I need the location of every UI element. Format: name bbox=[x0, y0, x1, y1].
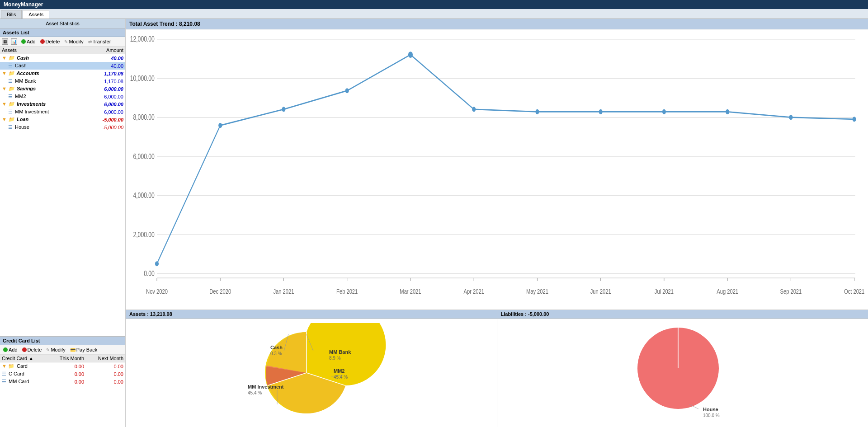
asset-amount: 6,000.00 bbox=[78, 93, 125, 100]
amount-col-header: Amount bbox=[78, 47, 125, 54]
svg-point-25 bbox=[853, 117, 856, 122]
folder-icon: ▼ 📁 bbox=[2, 70, 14, 76]
svg-text:100.0 %: 100.0 % bbox=[703, 413, 720, 418]
add-asset-button[interactable]: Add bbox=[20, 38, 37, 45]
add-cc-icon bbox=[3, 347, 8, 352]
assets-col-header: Assets bbox=[0, 47, 78, 54]
svg-text:Apr 2021: Apr 2021 bbox=[464, 287, 484, 295]
asset-name: ☰ House bbox=[0, 123, 78, 131]
cc-name: ▼ 📁 Card bbox=[0, 362, 48, 371]
table-row[interactable]: ▼ 📁 Card 0.00 0.00 bbox=[0, 362, 125, 371]
cc-this-month: 0.00 bbox=[48, 378, 86, 385]
svg-text:Cash: Cash bbox=[270, 345, 283, 350]
chart-icon[interactable]: 📊 bbox=[11, 38, 17, 45]
tab-bills[interactable]: Bills bbox=[1, 10, 22, 19]
bottom-charts: Assets : 13,210.08 bbox=[126, 310, 868, 427]
svg-text:May 2021: May 2021 bbox=[526, 287, 548, 295]
table-row[interactable]: ☰ Cash 40.00 bbox=[0, 62, 125, 70]
assets-pie-header: Assets : 13,210.08 bbox=[126, 310, 497, 319]
asset-amount: -5,000.00 bbox=[78, 116, 125, 123]
svg-text:4,000.00: 4,000.00 bbox=[133, 191, 154, 199]
modify-icon: ✎ bbox=[64, 39, 68, 44]
svg-point-16 bbox=[282, 107, 285, 112]
main-layout: Asset Statistics Assets List ▦ 📊 Add Del… bbox=[0, 19, 868, 427]
transfer-icon: ⇄ bbox=[88, 39, 92, 44]
svg-point-18 bbox=[408, 52, 413, 58]
cc-col-header: Credit Card ▲ bbox=[0, 355, 48, 362]
table-row[interactable]: ▼ 📁 Loan -5,000.00 bbox=[0, 116, 125, 123]
folder-icon: ▼ 📁 bbox=[2, 86, 14, 91]
table-row[interactable]: ☰ MM Bank 1,170.08 bbox=[0, 77, 125, 85]
svg-text:Jun 2021: Jun 2021 bbox=[590, 287, 611, 295]
modify-cc-button[interactable]: ✎ Modify bbox=[45, 347, 66, 353]
cc-tree-table: Credit Card ▲ This Month Next Month ▼ 📁 … bbox=[0, 355, 125, 427]
svg-text:House: House bbox=[703, 407, 718, 412]
asset-amount: 1,170.08 bbox=[78, 77, 125, 85]
cc-name: ☰ MM Card bbox=[0, 378, 48, 385]
asset-amount: 40.00 bbox=[78, 62, 125, 70]
folder-icon: ▼ 📁 bbox=[2, 117, 14, 122]
table-row[interactable]: ☰ House -5,000.00 bbox=[0, 123, 125, 131]
item-icon: ☰ bbox=[8, 124, 13, 130]
cc-toolbar: Add Delete ✎ Modify 💳 Pay Back bbox=[0, 345, 125, 355]
folder-icon: ▼ 📁 bbox=[2, 363, 14, 369]
item-icon: ☰ bbox=[8, 78, 13, 84]
table-row[interactable]: ▼ 📁 Savings 6,000.00 bbox=[0, 85, 125, 93]
svg-text:10,000.00: 10,000.00 bbox=[130, 74, 155, 82]
cc-this-month: 0.00 bbox=[48, 362, 86, 371]
folder-icon: ▼ 📁 bbox=[2, 55, 14, 61]
svg-text:Nov 2020: Nov 2020 bbox=[146, 287, 168, 295]
next-month-col-header: Next Month bbox=[86, 355, 125, 362]
assets-pie-content: MM Bank 8.9 % MM2 45.4 % Cash 0.3 % MM I… bbox=[126, 319, 497, 427]
app-title: MoneyManager bbox=[4, 1, 43, 8]
table-row[interactable]: ▼ 📁 Accounts 1,170.08 bbox=[0, 70, 125, 77]
asset-name: ☰ Cash bbox=[0, 62, 78, 70]
delete-icon bbox=[40, 39, 45, 44]
svg-text:Jul 2021: Jul 2021 bbox=[655, 287, 674, 295]
credit-card-header: Credit Card List bbox=[0, 337, 125, 345]
delete-cc-icon bbox=[22, 347, 27, 352]
grid-icon[interactable]: ▦ bbox=[2, 38, 8, 45]
asset-name: ▼ 📁 Accounts bbox=[0, 70, 78, 77]
chart-header: Total Asset Trend : 8,210.08 bbox=[126, 19, 868, 29]
transfer-asset-button[interactable]: ⇄ Transfer bbox=[87, 38, 113, 45]
delete-cc-button[interactable]: Delete bbox=[21, 347, 43, 353]
tab-assets[interactable]: Assets bbox=[23, 10, 49, 19]
delete-asset-button[interactable]: Delete bbox=[39, 38, 61, 45]
svg-point-14 bbox=[155, 261, 159, 266]
table-row[interactable]: ▼ 📁 Investments 6,000.00 bbox=[0, 100, 125, 108]
svg-text:8,000.00: 8,000.00 bbox=[133, 113, 154, 121]
item-icon: ☰ bbox=[2, 371, 6, 376]
titlebar: MoneyManager bbox=[0, 0, 868, 9]
assets-list-header: Assets List bbox=[0, 28, 125, 37]
asset-statistics-header: Asset Statistics bbox=[0, 19, 125, 28]
liabilities-pie-header: Liabilities : -5,000.00 bbox=[497, 310, 868, 319]
table-row[interactable]: ▼ 📁 Cash 40.00 bbox=[0, 54, 125, 62]
payback-cc-button[interactable]: 💳 Pay Back bbox=[69, 347, 99, 353]
svg-text:6,000.00: 6,000.00 bbox=[133, 152, 154, 160]
svg-text:Jan 2021: Jan 2021 bbox=[273, 287, 294, 295]
left-panel: Asset Statistics Assets List ▦ 📊 Add Del… bbox=[0, 19, 126, 427]
cc-next-month: 0.00 bbox=[86, 370, 125, 378]
liabilities-pie-section: Liabilities : -5,000.00 House 100.0 % bbox=[497, 310, 868, 427]
asset-amount: 6,000.00 bbox=[78, 108, 125, 116]
table-row[interactable]: ☰ MM Investment 6,000.00 bbox=[0, 108, 125, 116]
asset-amount: -5,000.00 bbox=[78, 123, 125, 131]
table-row[interactable]: ☰ MM2 6,000.00 bbox=[0, 93, 125, 100]
svg-text:MM2: MM2 bbox=[334, 368, 344, 374]
assets-pie-section: Assets : 13,210.08 bbox=[126, 310, 497, 427]
item-icon: ☰ bbox=[8, 109, 13, 114]
asset-name: ▼ 📁 Loan bbox=[0, 116, 78, 123]
table-row[interactable]: ☰ MM Card 0.00 0.00 bbox=[0, 378, 125, 385]
modify-asset-button[interactable]: ✎ Modify bbox=[63, 38, 85, 45]
svg-text:Mar 2021: Mar 2021 bbox=[400, 287, 421, 295]
add-cc-button[interactable]: Add bbox=[2, 347, 19, 353]
svg-text:8.9 %: 8.9 % bbox=[329, 356, 341, 361]
payback-icon: 💳 bbox=[70, 347, 75, 352]
svg-text:Oct 2021: Oct 2021 bbox=[844, 287, 864, 295]
table-row[interactable]: ☰ C Card 0.00 0.00 bbox=[0, 370, 125, 378]
asset-name: ☰ MM2 bbox=[0, 93, 78, 100]
svg-point-23 bbox=[726, 109, 729, 114]
svg-point-22 bbox=[662, 109, 666, 114]
credit-card-section: Credit Card List Add Delete ✎ Modify 💳 P… bbox=[0, 337, 125, 427]
